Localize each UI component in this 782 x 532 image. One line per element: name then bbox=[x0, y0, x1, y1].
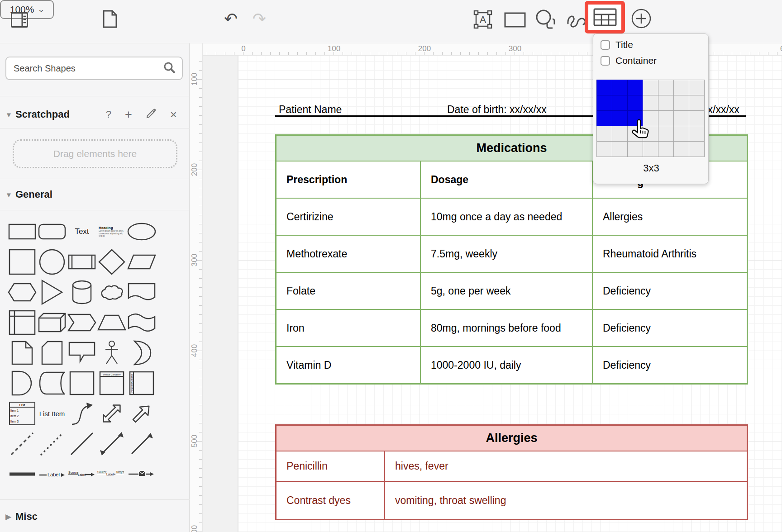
shape-search-box[interactable] bbox=[5, 57, 183, 80]
container-option-row[interactable]: Container bbox=[601, 55, 657, 66]
shape-cube[interactable] bbox=[37, 308, 67, 337]
shape-vertical-container[interactable]: Vertical Container bbox=[97, 369, 127, 398]
page-view-icon[interactable] bbox=[102, 10, 117, 28]
insert-shape-icon[interactable] bbox=[535, 8, 557, 31]
shape-card[interactable] bbox=[37, 338, 67, 367]
size-picker-cell[interactable] bbox=[658, 126, 674, 142]
scratchpad-close-icon[interactable]: × bbox=[170, 108, 177, 122]
table-cell[interactable]: 10mg once a day as needed bbox=[420, 198, 592, 235]
shape-dashed-line[interactable] bbox=[7, 429, 37, 458]
shape-parallelogram[interactable] bbox=[127, 247, 157, 276]
shape-step[interactable] bbox=[67, 308, 97, 337]
undo-icon[interactable]: ↶ bbox=[222, 9, 240, 29]
size-picker-cell[interactable] bbox=[658, 110, 674, 126]
table-cell[interactable]: Iron bbox=[276, 309, 420, 347]
size-picker-cell[interactable] bbox=[627, 141, 643, 157]
size-picker-cell[interactable] bbox=[689, 110, 705, 126]
size-picker-cell[interactable] bbox=[658, 80, 674, 95]
shape-actor[interactable] bbox=[97, 338, 127, 367]
shape-rounded-rectangle[interactable] bbox=[37, 217, 67, 246]
shape-tape[interactable] bbox=[127, 308, 157, 337]
size-picker-cell[interactable] bbox=[596, 126, 612, 142]
redo-icon[interactable]: ↷ bbox=[250, 9, 268, 29]
shape-ellipse[interactable] bbox=[127, 217, 157, 246]
shape-link[interactable] bbox=[7, 460, 37, 489]
table-cell[interactable]: 5g, one per week bbox=[420, 272, 592, 309]
shape-document[interactable] bbox=[127, 278, 157, 307]
table-cell[interactable]: hives, fever bbox=[385, 451, 747, 481]
size-picker-cell[interactable] bbox=[612, 126, 628, 142]
date-of-birth-label[interactable]: Date of birth: xx/xx/xx bbox=[447, 104, 547, 116]
shape-label-line[interactable]: Label bbox=[37, 460, 67, 489]
shape-trapezoid[interactable] bbox=[97, 308, 127, 337]
size-picker-cell[interactable] bbox=[689, 80, 705, 95]
size-picker-cell[interactable] bbox=[612, 110, 628, 126]
scratchpad-drop-zone[interactable]: Drag elements here bbox=[13, 139, 177, 168]
table-cell[interactable]: Vitamin D bbox=[276, 347, 420, 384]
size-picker-cell[interactable] bbox=[612, 141, 628, 157]
shape-dotted-line[interactable] bbox=[37, 429, 67, 458]
shape-source-label[interactable]: SourceLabel bbox=[67, 460, 97, 489]
shape-container[interactable] bbox=[67, 369, 97, 398]
size-picker-cell[interactable] bbox=[627, 80, 643, 95]
table-size-picker-grid[interactable] bbox=[597, 80, 705, 157]
search-input[interactable] bbox=[6, 63, 163, 74]
scratchpad-edit-icon[interactable] bbox=[146, 108, 157, 121]
table-title[interactable]: Allergies bbox=[276, 425, 747, 451]
insert-text-icon[interactable]: A bbox=[472, 9, 493, 30]
title-option-row[interactable]: Title bbox=[601, 39, 633, 50]
size-picker-cell[interactable] bbox=[673, 141, 689, 157]
insert-more-icon[interactable] bbox=[631, 8, 652, 29]
insert-rectangle-icon[interactable] bbox=[504, 12, 526, 28]
size-picker-cell[interactable] bbox=[658, 141, 674, 157]
shape-bidirectional-arrow[interactable] bbox=[97, 399, 127, 428]
shape-curve[interactable] bbox=[67, 399, 97, 428]
shape-directional-connector[interactable] bbox=[127, 429, 157, 458]
shape-horizontal-container[interactable]: Horizontal Container bbox=[127, 369, 157, 398]
table-cell[interactable]: 80mg, mornings before food bbox=[420, 309, 592, 347]
shape-line[interactable] bbox=[67, 429, 97, 458]
table-cell[interactable]: Methotrexate bbox=[276, 235, 420, 272]
scratchpad-add-icon[interactable]: + bbox=[125, 108, 132, 122]
shape-or[interactable] bbox=[127, 338, 157, 367]
size-picker-cell[interactable] bbox=[643, 95, 658, 111]
collapse-triangle-icon[interactable]: ▼ bbox=[5, 191, 15, 199]
shape-hexagon[interactable] bbox=[7, 278, 37, 307]
shape-rectangle[interactable] bbox=[7, 217, 37, 246]
table-cell[interactable]: Allergies bbox=[592, 198, 747, 235]
shape-process[interactable] bbox=[67, 247, 97, 276]
size-picker-cell[interactable] bbox=[643, 80, 658, 95]
container-checkbox[interactable] bbox=[601, 56, 610, 66]
size-picker-cell[interactable] bbox=[673, 95, 689, 111]
size-picker-cell[interactable] bbox=[596, 110, 612, 126]
shape-bidirectional-connector[interactable] bbox=[97, 429, 127, 458]
shape-triangle[interactable] bbox=[37, 278, 67, 307]
table-cell[interactable]: Penicillin bbox=[276, 451, 385, 481]
size-picker-cell[interactable] bbox=[643, 141, 658, 157]
collapse-triangle-icon[interactable]: ▼ bbox=[5, 111, 15, 119]
size-picker-cell[interactable] bbox=[689, 95, 705, 111]
patient-name-label[interactable]: Patient Name bbox=[279, 104, 342, 116]
size-picker-cell[interactable] bbox=[612, 95, 628, 111]
column-header[interactable]: Prescription bbox=[276, 161, 420, 198]
toggle-format-panel-icon[interactable] bbox=[11, 12, 28, 28]
shape-square[interactable] bbox=[7, 247, 37, 276]
size-picker-cell[interactable] bbox=[596, 95, 612, 111]
allergies-table[interactable]: AllergiesPenicillinhives, feverContrast … bbox=[275, 424, 748, 520]
table-cell[interactable]: Deficiency bbox=[592, 347, 747, 384]
shape-list[interactable]: ListItem 1Item 2Item 3 bbox=[7, 399, 37, 428]
shape-envelope-arrow[interactable] bbox=[127, 460, 157, 489]
size-picker-cell[interactable] bbox=[689, 141, 705, 157]
table-cell[interactable]: Deficiency bbox=[592, 272, 747, 309]
size-picker-cell[interactable] bbox=[658, 95, 674, 111]
table-cell[interactable]: vomiting, throat swelling bbox=[385, 481, 747, 519]
shape-note[interactable] bbox=[7, 338, 37, 367]
search-icon[interactable] bbox=[163, 61, 176, 76]
shape-text[interactable]: Text bbox=[67, 217, 97, 246]
shape-arrow[interactable] bbox=[127, 399, 157, 428]
shape-and[interactable] bbox=[7, 369, 37, 398]
table-cell[interactable]: Rheumatoid Arthritis bbox=[592, 235, 747, 272]
shape-internal-storage[interactable] bbox=[7, 308, 37, 337]
misc-section-header[interactable]: ▶ Misc bbox=[0, 506, 190, 527]
table-cell[interactable]: Deficiency bbox=[592, 309, 747, 347]
